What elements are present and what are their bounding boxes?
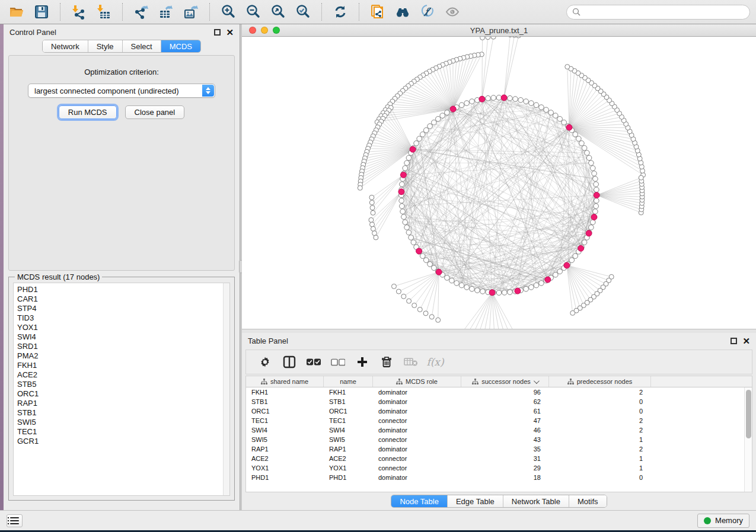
zoom-selected-icon[interactable] (292, 2, 314, 22)
table-tab[interactable]: Edge Table (448, 495, 503, 507)
import-table-icon[interactable] (93, 2, 114, 22)
mcds-result-item[interactable]: PMA2 (17, 351, 223, 361)
close-table-panel-icon[interactable]: ✕ (742, 338, 750, 344)
column-header-mcds-role[interactable]: MCDS role (373, 376, 461, 387)
table-row[interactable]: STB1 STB1 dominator 62 0 (246, 397, 752, 406)
toolbar-separator (209, 3, 210, 21)
table-row[interactable]: RAP1 RAP1 dominator 35 2 (246, 444, 752, 454)
zoom-in-icon[interactable] (218, 2, 239, 22)
mcds-result-item[interactable]: SWI5 (17, 418, 223, 427)
network-window-titlebar: YPA_prune.txt_1 (242, 24, 756, 37)
control-panel-tabs: NetworkStyleSelectMCDS (42, 40, 201, 53)
table-row[interactable]: ORC1 ORC1 dominator 61 0 (246, 406, 752, 416)
mcds-result-item[interactable]: PHD1 (17, 285, 223, 294)
control-panel-tab[interactable]: Select (123, 40, 161, 52)
mcds-result-item[interactable]: GCR1 (17, 437, 223, 446)
status-bar: Memory (0, 510, 756, 530)
zoom-out-icon[interactable] (243, 2, 264, 22)
mcds-result-item[interactable]: RAP1 (17, 399, 223, 408)
mcds-result-item[interactable]: SWI4 (17, 332, 223, 342)
mcds-result-title: MCDS result (17 nodes) (15, 273, 102, 281)
result-list-scrollbar[interactable] (223, 283, 229, 495)
tree-icon (567, 379, 574, 384)
mcds-result-item[interactable]: SRD1 (17, 342, 223, 351)
table-tab[interactable]: Motifs (569, 495, 607, 507)
search-box (566, 5, 750, 20)
save-icon[interactable] (31, 2, 52, 22)
function-builder-icon[interactable]: f(x) (428, 355, 442, 369)
criterion-dropdown[interactable]: largest connected component (undirected) (28, 84, 215, 98)
network-document-icon[interactable] (367, 2, 388, 22)
open-folder-icon[interactable] (6, 2, 27, 22)
network-window: YPA_prune.txt_1 (242, 24, 756, 329)
close-panel-icon[interactable]: ✕ (226, 29, 234, 36)
column-header-predecessor-nodes[interactable]: predecessor nodes (549, 376, 651, 387)
tree-icon (261, 379, 267, 384)
mcds-result-item[interactable]: STB1 (17, 408, 223, 418)
control-panel: Control Panel ✕ NetworkStyleSelectMCDS O… (4, 24, 240, 510)
search-input[interactable] (584, 8, 744, 17)
mcds-result-item[interactable]: STB5 (17, 380, 223, 389)
toggle-columns-icon[interactable] (282, 355, 296, 369)
refresh-icon[interactable] (330, 2, 351, 22)
zoom-fit-icon[interactable] (267, 2, 289, 22)
mcds-tab-content: Optimization criterion: largest connecte… (8, 55, 235, 271)
float-panel-icon[interactable] (214, 29, 221, 36)
memory-button[interactable]: Memory (697, 514, 749, 528)
table-panel: Table Panel ✕ (242, 333, 756, 510)
mcds-result-item[interactable]: FKH1 (17, 361, 223, 370)
settings-gear-icon[interactable] (258, 355, 272, 369)
mcds-result-item[interactable]: YOX1 (17, 323, 223, 332)
mcds-result-item[interactable]: STP4 (17, 304, 223, 313)
table-tab[interactable]: Node Table (391, 495, 448, 507)
table-row[interactable]: FKH1 FKH1 dominator 96 2 (246, 387, 752, 397)
close-panel-button[interactable]: Close panel (125, 105, 185, 119)
mcds-result-list: PHD1CAR1STP4TID3YOX1SWI4SRD1PMA2FKH1ACE2… (14, 283, 223, 495)
clear-all-checks-icon[interactable] (331, 355, 345, 369)
network-canvas[interactable] (242, 37, 756, 329)
task-history-icon[interactable] (7, 514, 23, 527)
control-panel-tab[interactable]: MCDS (161, 40, 200, 52)
table-tab[interactable]: Network Table (503, 495, 569, 507)
import-network-icon[interactable] (68, 2, 90, 22)
optimization-criterion-label: Optimization criterion: (84, 68, 159, 76)
control-panel-tab[interactable]: Network (43, 40, 88, 52)
delete-column-icon[interactable] (379, 355, 394, 369)
column-header-successor-nodes[interactable]: successor nodes (461, 376, 549, 387)
float-table-panel-icon[interactable] (731, 338, 737, 344)
column-header-shared-name[interactable]: shared name (246, 376, 324, 387)
mcds-result-item[interactable]: CAR1 (17, 294, 223, 304)
mcds-result-group: MCDS result (17 nodes) PHD1CAR1STP4TID3Y… (8, 277, 235, 501)
mcds-result-item[interactable]: TEC1 (17, 427, 223, 437)
control-panel-tab[interactable]: Style (88, 40, 123, 52)
table-row[interactable]: SWI4 SWI4 dominator 46 2 (246, 425, 752, 435)
column-header-filler (651, 376, 752, 387)
export-image-icon[interactable] (180, 2, 202, 22)
delete-table-icon[interactable] (404, 355, 418, 369)
mcds-result-item[interactable]: ORC1 (17, 389, 223, 399)
binoculars-icon[interactable] (392, 2, 413, 22)
eye-icon[interactable] (442, 2, 463, 22)
table-row[interactable]: PHD1 PHD1 dominator 18 0 (246, 473, 752, 482)
table-row[interactable]: ACE2 ACE2 connector 31 1 (246, 454, 752, 463)
function-circle-icon[interactable]: f (417, 2, 438, 22)
select-all-checks-icon[interactable] (307, 355, 321, 369)
table-scrollbar[interactable] (744, 387, 752, 492)
toolbar-separator (122, 3, 123, 21)
application-window: f Control Panel ✕ NetworkStyleSe (0, 0, 756, 530)
table-row[interactable]: SWI5 SWI5 connector 43 1 (246, 435, 752, 444)
node-table: shared name name MCDS role successor nod… (245, 376, 752, 492)
table-row[interactable]: TEC1 TEC1 connector 47 2 (246, 416, 752, 425)
table-toolbar: f(x) (245, 350, 752, 374)
export-network-icon[interactable] (130, 2, 152, 22)
add-column-icon[interactable] (355, 355, 369, 369)
export-table-icon[interactable] (155, 2, 177, 22)
mcds-result-item[interactable]: ACE2 (17, 370, 223, 380)
run-mcds-button[interactable]: Run MCDS (59, 105, 117, 119)
mcds-result-item[interactable]: TID3 (17, 313, 223, 323)
table-header: shared name name MCDS role successor nod… (246, 376, 752, 387)
table-row[interactable]: YOX1 YOX1 connector 29 1 (246, 463, 752, 473)
sort-descending-icon (534, 378, 540, 384)
column-header-name[interactable]: name (324, 376, 373, 387)
table-scrollbar-thumb[interactable] (746, 390, 751, 438)
